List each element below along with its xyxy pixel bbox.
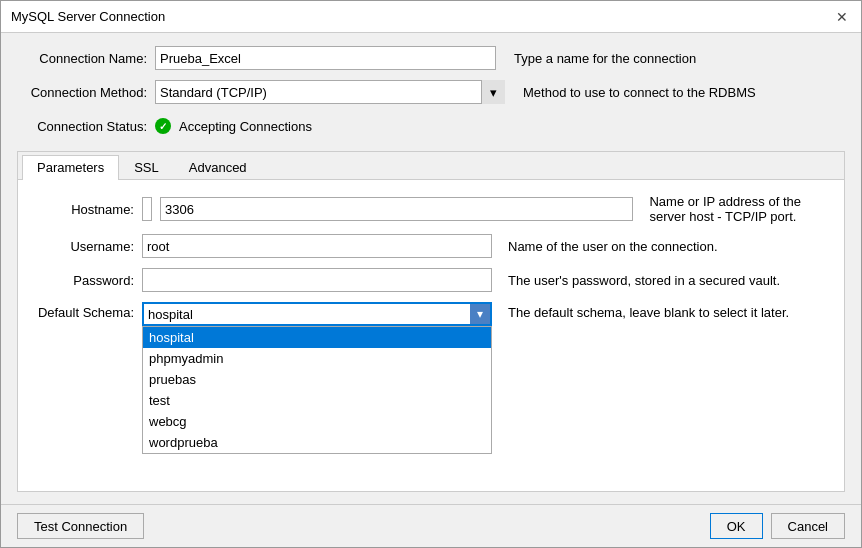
- username-row: Username: Name of the user on the connec…: [34, 234, 828, 258]
- status-ok-icon: ✓: [155, 118, 171, 134]
- schema-dropdown-list: hospital phpmyadmin pruebas test webcg w…: [142, 326, 492, 454]
- username-label: Username:: [34, 239, 134, 254]
- connection-name-label: Connection Name:: [17, 51, 147, 66]
- connection-method-row: Connection Method: Standard (TCP/IP) Sta…: [17, 79, 845, 105]
- titlebar: MySQL Server Connection ✕: [1, 1, 861, 33]
- schema-selected-value: hospital: [148, 307, 470, 322]
- schema-label: Default Schema:: [34, 302, 134, 320]
- hostname-row: Hostname: Name or IP address of the serv…: [34, 194, 828, 224]
- password-row: Password: The user's password, stored in…: [34, 268, 828, 292]
- connection-status-row: Connection Status: ✓ Accepting Connectio…: [17, 113, 845, 139]
- connection-status-label: Connection Status:: [17, 119, 147, 134]
- connection-method-hint: Method to use to connect to the RDBMS: [523, 85, 845, 100]
- close-button[interactable]: ✕: [833, 8, 851, 26]
- username-hint: Name of the user on the connection.: [508, 239, 718, 254]
- password-hint: The user's password, stored in a secured…: [508, 273, 780, 288]
- schema-hint: The default schema, leave blank to selec…: [508, 302, 789, 320]
- status-indicator: ✓ Accepting Connections: [155, 118, 312, 134]
- tabs-container: Parameters SSL Advanced Hostname: Name o…: [17, 151, 845, 492]
- username-input[interactable]: [142, 234, 492, 258]
- schema-row: Default Schema: hospital ▾ hospital phpm…: [34, 302, 828, 326]
- schema-option-phpmyadmin[interactable]: phpmyadmin: [143, 348, 491, 369]
- connection-name-hint: Type a name for the connection: [514, 51, 845, 66]
- password-label: Password:: [34, 273, 134, 288]
- tabs-bar: Parameters SSL Advanced: [18, 152, 844, 180]
- connection-name-input[interactable]: [155, 46, 496, 70]
- tab-parameters[interactable]: Parameters: [22, 155, 119, 180]
- schema-option-webcg[interactable]: webcg: [143, 411, 491, 432]
- mysql-server-connection-dialog: MySQL Server Connection ✕ Connection Nam…: [0, 0, 862, 548]
- schema-option-test[interactable]: test: [143, 390, 491, 411]
- dialog-footer: Test Connection OK Cancel: [1, 504, 861, 547]
- connection-method-select[interactable]: Standard (TCP/IP) Standard (TCP/IP) over…: [155, 80, 505, 104]
- tab-ssl[interactable]: SSL: [119, 155, 174, 179]
- connection-status-text: Accepting Connections: [179, 119, 312, 134]
- schema-dropdown-arrow[interactable]: ▾: [470, 304, 490, 324]
- dialog-content: Connection Name: Type a name for the con…: [1, 33, 861, 504]
- hostname-label: Hostname:: [34, 202, 134, 217]
- dialog-title: MySQL Server Connection: [11, 9, 165, 24]
- schema-select-display[interactable]: hospital ▾: [142, 302, 492, 326]
- hostname-hint: Name or IP address of the server host - …: [649, 194, 828, 224]
- footer-right-buttons: OK Cancel: [710, 513, 845, 539]
- schema-option-pruebas[interactable]: pruebas: [143, 369, 491, 390]
- cancel-button[interactable]: Cancel: [771, 513, 845, 539]
- tab-parameters-content: Hostname: Name or IP address of the serv…: [18, 180, 844, 350]
- schema-option-hospital[interactable]: hospital: [143, 327, 491, 348]
- connection-method-wrapper: Standard (TCP/IP) Standard (TCP/IP) over…: [155, 80, 505, 104]
- connection-method-label: Connection Method:: [17, 85, 147, 100]
- port-input[interactable]: [160, 197, 633, 221]
- ok-button[interactable]: OK: [710, 513, 763, 539]
- password-input[interactable]: [142, 268, 492, 292]
- tab-advanced[interactable]: Advanced: [174, 155, 262, 179]
- schema-wrapper: hospital ▾ hospital phpmyadmin pruebas t…: [142, 302, 492, 326]
- schema-option-wordprueba[interactable]: wordprueba: [143, 432, 491, 453]
- hostname-input[interactable]: [142, 197, 152, 221]
- test-connection-button[interactable]: Test Connection: [17, 513, 144, 539]
- connection-name-row: Connection Name: Type a name for the con…: [17, 45, 845, 71]
